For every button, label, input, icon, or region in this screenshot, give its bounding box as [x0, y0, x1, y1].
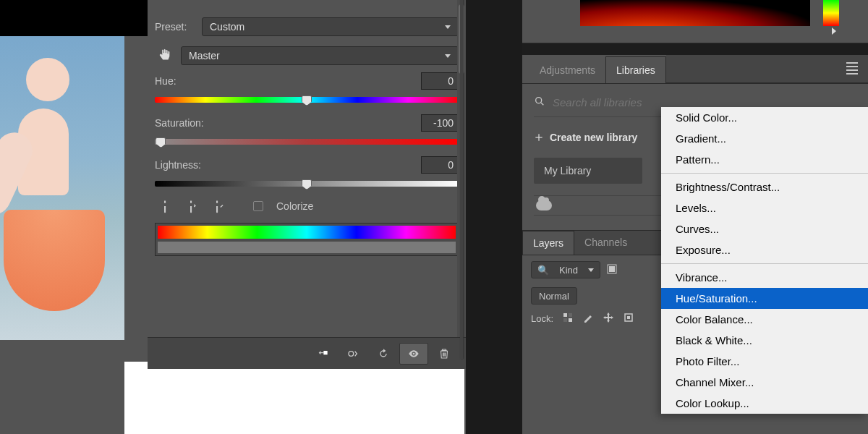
channel-value: Master — [189, 50, 220, 61]
trash-button[interactable] — [430, 343, 459, 365]
svg-point-3 — [413, 352, 415, 354]
tab-channels[interactable]: Channels — [574, 231, 637, 255]
menu-item[interactable]: Brightness/Contrast... — [661, 176, 868, 197]
menu-item[interactable]: Hue/Saturation... — [661, 288, 868, 309]
saturation-thumb[interactable] — [156, 137, 166, 148]
my-library-label: My Library — [544, 165, 591, 176]
lightness-value-input[interactable]: 0 — [421, 156, 459, 174]
svg-rect-8 — [569, 313, 572, 317]
saturation-value-input[interactable]: -100 — [421, 114, 459, 132]
cloud-icon — [536, 200, 552, 210]
svg-rect-12 — [627, 316, 630, 319]
preset-value: Custom — [210, 21, 244, 33]
search-icon — [534, 95, 545, 109]
hue-thumb[interactable] — [302, 95, 312, 106]
svg-rect-7 — [563, 313, 567, 317]
filter-pixel-icon[interactable] — [606, 263, 618, 277]
filter-kind-dropdown[interactable]: 🔍 Kind — [531, 261, 600, 278]
preset-dropdown[interactable]: Custom — [202, 17, 459, 36]
menu-item[interactable]: Photo Filter... — [661, 351, 868, 372]
panel-tabbar: Adjustments Libraries — [522, 55, 868, 84]
canvas-photo — [0, 36, 124, 340]
svg-rect-6 — [609, 266, 615, 272]
colorize-label: Colorize — [276, 200, 313, 212]
chevron-down-icon — [445, 54, 451, 58]
lock-label: Lock: — [531, 313, 553, 324]
create-library-label: Create new library — [550, 132, 637, 143]
menu-item[interactable]: Channel Mixer... — [661, 372, 868, 393]
kind-label: Kind — [559, 265, 578, 276]
svg-point-2 — [349, 351, 354, 356]
menu-item[interactable]: Pattern... — [661, 149, 868, 170]
tab-libraries[interactable]: Libraries — [605, 56, 666, 83]
lock-pixels-icon[interactable] — [582, 312, 594, 326]
tab-adjustments[interactable]: Adjustments — [529, 57, 605, 83]
expand-icon[interactable] — [832, 27, 836, 35]
channel-dropdown[interactable]: Master — [181, 46, 459, 65]
color-range-display — [155, 223, 459, 256]
eyedropper-plus-icon[interactable] — [181, 197, 199, 215]
lock-artboard-icon[interactable] — [623, 312, 634, 326]
svg-rect-0 — [220, 205, 223, 208]
saturation-slider[interactable] — [155, 136, 459, 148]
panel-divider[interactable] — [460, 0, 463, 359]
color-panel — [522, 0, 868, 43]
canvas-dark-top — [0, 0, 148, 36]
hs-panel-footer — [148, 337, 466, 369]
menu-item[interactable]: Black & White... — [661, 330, 868, 351]
adjustment-layer-menu[interactable]: Solid Color...Gradient...Pattern...Brigh… — [661, 107, 868, 414]
hue-saturation-panel: Preset: Custom Master Hue: 0 Saturation:… — [148, 0, 466, 369]
menu-item[interactable]: Levels... — [661, 197, 868, 218]
lock-transparency-icon[interactable] — [562, 312, 574, 326]
menu-item[interactable]: Gradient... — [661, 128, 868, 149]
panel-menu-icon[interactable] — [846, 62, 858, 75]
saturation-label: Saturation: — [155, 117, 204, 129]
menu-item[interactable]: Color Lookup... — [661, 393, 868, 414]
lightness-slider[interactable] — [155, 178, 459, 190]
lock-position-icon[interactable] — [603, 312, 614, 326]
saturation-track — [155, 139, 459, 145]
preset-label: Preset: — [155, 21, 195, 33]
blend-mode-dropdown[interactable]: Normal — [531, 287, 577, 305]
eyedropper-minus-icon[interactable] — [207, 197, 225, 215]
visibility-toggle-button[interactable] — [399, 343, 428, 365]
menu-item[interactable]: Exposure... — [661, 239, 868, 260]
blend-mode-value: Normal — [539, 291, 569, 302]
menu-item[interactable]: Color Balance... — [661, 309, 868, 330]
svg-rect-9 — [563, 318, 567, 322]
menu-item[interactable]: Vibrance... — [661, 267, 868, 288]
svg-point-4 — [536, 98, 542, 103]
canvas-white-bottom — [124, 362, 464, 434]
eyedropper-icon[interactable] — [155, 197, 173, 215]
chevron-down-icon — [588, 268, 594, 272]
hue-ramp[interactable] — [823, 0, 839, 26]
lightness-label: Lightness: — [155, 159, 201, 171]
hand-target-icon[interactable] — [155, 46, 174, 65]
view-previous-button[interactable] — [339, 343, 367, 365]
my-library-item[interactable]: My Library — [534, 158, 642, 184]
dock-gap — [466, 0, 522, 434]
lightness-thumb[interactable] — [302, 179, 312, 190]
color-spectrum[interactable] — [580, 0, 810, 26]
svg-rect-1 — [323, 351, 327, 354]
clip-to-layer-button[interactable] — [308, 343, 337, 365]
menu-item[interactable]: Solid Color... — [661, 107, 868, 128]
tab-layers[interactable]: Layers — [522, 231, 574, 255]
colorize-checkbox[interactable] — [253, 201, 263, 211]
svg-rect-10 — [569, 318, 572, 322]
hue-label: Hue: — [155, 75, 176, 87]
chevron-down-icon — [445, 25, 451, 29]
reset-button[interactable] — [369, 343, 398, 365]
hue-slider[interactable] — [155, 94, 459, 106]
hue-value-input[interactable]: 0 — [421, 72, 459, 90]
menu-item[interactable]: Curves... — [661, 218, 868, 239]
